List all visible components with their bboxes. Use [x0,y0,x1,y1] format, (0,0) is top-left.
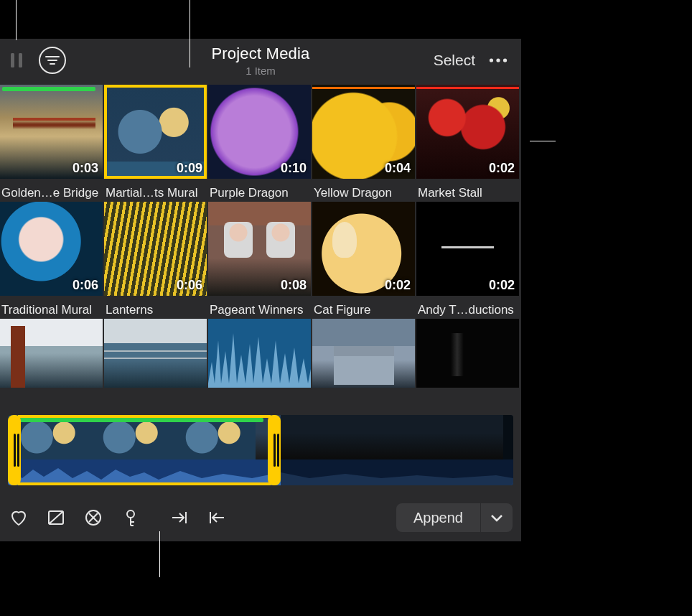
clip-item[interactable] [0,319,103,389]
clip-name: Andy T…ductions [418,303,514,317]
clip-item[interactable]: 0:02Andy T…ductions [416,202,519,319]
clip-item[interactable]: 0:04Yellow Dragon [312,85,415,202]
filmstrip[interactable] [8,415,513,485]
clip-name: Purple Dragon [210,186,289,200]
clip-duration: 0:02 [489,278,515,293]
select-button[interactable]: Select [425,47,484,73]
append-menu-chevron[interactable] [481,503,513,532]
callout-line [16,0,17,40]
svg-rect-1 [19,53,22,67]
clip-duration: 0:02 [489,161,515,176]
reject-button[interactable] [37,502,75,533]
media-browser-panel: Project Media 1 Item Select 0:03Golden…e… [0,39,521,541]
clip-item[interactable] [208,319,311,389]
clip-duration: 0:02 [385,278,411,293]
svg-line-9 [49,511,63,524]
clip-item[interactable] [416,319,519,389]
clip-name: Pageant Winners [210,303,303,317]
clip-name: Lanterns [106,303,153,317]
clip-name: Cat Figure [314,303,370,317]
clip-duration: 0:04 [385,161,411,176]
clip-item[interactable] [312,319,415,389]
clip-name: Martial…ts Mural [106,186,197,200]
svg-point-7 [503,58,507,62]
clip-item[interactable]: 0:02Cat Figure [312,202,415,319]
reject-marker [416,87,519,89]
callout-line [530,141,556,141]
svg-rect-0 [11,53,14,67]
favorite-button[interactable] [0,502,37,533]
range-handle-right[interactable] [268,415,281,485]
clip-item[interactable]: 0:09Martial…ts Mural [104,85,207,202]
clip-duration: 0:08 [281,278,307,293]
header-bar: Project Media 1 Item Select [0,39,521,82]
favorite-marker [2,87,95,91]
append-group: Append [396,503,513,532]
clip-item[interactable]: 0:10Purple Dragon [208,85,311,202]
more-button[interactable] [484,46,513,75]
clip-item[interactable]: 0:06Lanterns [104,202,207,319]
unrate-button[interactable] [75,502,112,533]
clip-item[interactable]: 0:02Market Stall [416,85,519,202]
clip-name: Traditional Mural [1,303,92,317]
callout-line [190,0,190,67]
clip-name: Golden…e Bridge [1,186,98,200]
clip-name: Market Stall [418,186,482,200]
clip-item[interactable]: 0:03Golden…e Bridge [0,85,103,202]
clip-item[interactable] [104,319,207,389]
append-button[interactable]: Append [396,503,481,532]
clip-name: Yellow Dragon [314,186,392,200]
svg-point-5 [490,58,493,62]
clip-grid: 0:03Golden…e Bridge0:09Martial…ts Mural0… [0,82,521,389]
filter-button[interactable] [39,47,66,74]
svg-point-13 [127,510,134,518]
bottom-toolbar: Append [0,498,521,537]
mark-out-button[interactable] [198,502,235,533]
svg-point-6 [496,58,500,62]
clip-item[interactable]: 0:06Traditional Mural [0,202,103,319]
clip-duration: 0:03 [73,161,98,176]
mark-in-button[interactable] [161,502,198,533]
pause-icon [9,50,24,71]
used-marker [312,87,415,89]
favorite-marker [19,418,263,422]
clip-duration: 0:09 [177,161,202,176]
callout-line [159,531,160,577]
clip-duration: 0:06 [177,278,202,293]
clip-item[interactable]: 0:08Pageant Winners [208,202,311,319]
range-handle-left[interactable] [8,415,21,485]
keyword-button[interactable] [112,502,149,533]
clip-duration: 0:06 [73,278,98,293]
clip-duration: 0:10 [281,161,307,176]
